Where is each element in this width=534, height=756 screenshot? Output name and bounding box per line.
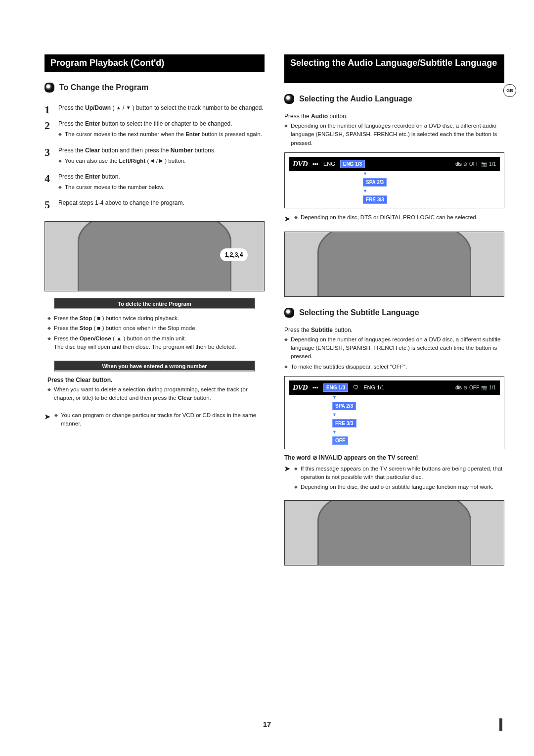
osd-figure-audio: DVD ▪▪▪ ENG ENG 1/3 dts ⊖ OFF 📷 1/1 ▼ SP… xyxy=(284,152,504,208)
delete-line-2: Press the Stop ( ■ ) button once when in… xyxy=(47,324,262,332)
subheading-subtitle: Selecting the Subtitle Language xyxy=(284,308,504,318)
delete-line-1: Press the Stop ( ■ ) button twice during… xyxy=(47,314,262,323)
subtitle-note-block: Depending on the number of languages rec… xyxy=(284,335,504,371)
bullet-icon xyxy=(284,94,294,104)
wrong-number-block: When you want to delete a selection duri… xyxy=(44,385,265,406)
remote-figure-3 xyxy=(284,500,504,566)
step-2-note: The cursor moves to the next number when… xyxy=(58,130,265,139)
step-5-text: Repeat steps 1-4 above to change the pro… xyxy=(58,199,184,206)
audio-note-1: Depending on the number of languages rec… xyxy=(284,122,504,147)
delete-program-block: Press the Stop ( ■ ) button twice during… xyxy=(44,314,265,355)
callout-1234: 1,2,3,4 xyxy=(220,248,248,261)
remote-figure-2 xyxy=(284,232,504,297)
step-5: Repeat steps 1-4 above to change the pro… xyxy=(44,196,265,212)
osd-right-sub: dts ⊖ OFF 📷 1/1 xyxy=(455,385,496,390)
osd-tag-s-fre33: FRE 3/3 xyxy=(332,419,356,427)
vcd-note: ➤ You can program or change particular t… xyxy=(44,411,265,428)
subheading-change-program: To Change the Program xyxy=(44,83,265,93)
subheading-subtitle-text: Selecting the Subtitle Language xyxy=(299,308,419,317)
arrow-icon: ➤ xyxy=(284,463,290,493)
step-4-text: Press the Enter button. xyxy=(58,173,120,180)
osd-tag-s-spa23: SPA 2/3 xyxy=(332,402,356,410)
step-1-text: Press the Up/Down ( ▲ / ▼ ) button to se… xyxy=(58,104,264,111)
steps-list: Press the Up/Down ( ▲ / ▼ ) button to se… xyxy=(44,101,265,212)
note-bar-wrong: When you have entered a wrong number xyxy=(54,361,255,372)
arrow-icon: ➤ xyxy=(44,411,50,428)
bullet-icon xyxy=(284,308,294,318)
step-3: Press the Clear button and then press th… xyxy=(44,144,265,170)
audio-note-block: Depending on the number of languages rec… xyxy=(284,122,504,147)
step-2: Press the Enter button to select the tit… xyxy=(44,117,265,143)
arrow-icon: ➤ xyxy=(284,213,290,224)
invalid-note-wrap: ➤ If this message appears on the TV scre… xyxy=(284,463,504,493)
step-3-note: You can also use the Left/Right ( ◀ / ▶ … xyxy=(58,157,265,165)
page-number: 17 xyxy=(263,720,271,728)
delete-line-3: Press the Open/Close ( ▲ ) button on the… xyxy=(47,334,262,352)
region-badge: GB xyxy=(503,84,516,97)
osd-tag-fre33: FRE 3/3 xyxy=(363,195,387,204)
subtitle-press-line: Press the Subtitle button. xyxy=(284,327,504,333)
osd-strip-audio: DVD ▪▪▪ ENG ENG 1/3 dts ⊖ OFF 📷 1/1 xyxy=(289,157,500,171)
dolby-icon: ⊖ xyxy=(463,385,467,390)
bullet-icon xyxy=(44,83,54,93)
dolby-note: ➤ Depending on the disc, DTS or DIGITAL … xyxy=(284,213,504,225)
wrong-line-1: When you want to delete a selection duri… xyxy=(47,385,262,403)
subtitle-note-1: Depending on the number of languages rec… xyxy=(284,335,504,361)
subheading-audio: Selecting the Audio Language xyxy=(284,94,504,104)
step-2-text: Press the Enter button to select the tit… xyxy=(58,120,232,127)
camera-icon: 📷 xyxy=(481,385,487,390)
dts-icon: dts xyxy=(455,385,461,390)
page-content: Program Playback (Cont'd) To Change the … xyxy=(0,0,534,602)
remote-figure-1: 1,2,3,4 xyxy=(44,221,265,291)
page-number-bar xyxy=(499,718,502,731)
osd-tag-s-off: OFF xyxy=(332,436,348,445)
osd-strip-subtitle: DVD ▪▪▪ ENG 1/3 🗨 ENG 1/1 dts ⊖ OFF 📷 1/… xyxy=(289,380,500,395)
osd-tag-spa23: SPA 2/3 xyxy=(363,178,387,187)
subtitle-note-2: To make the subtitles disappear, select … xyxy=(284,363,504,371)
step-3-text: Press the Clear button and then press th… xyxy=(58,147,216,154)
osd-tag-eng13: ENG 1/3 xyxy=(340,160,365,168)
dts-icon: dts xyxy=(455,161,461,167)
press-clear-title: Press the Clear button. xyxy=(44,377,265,383)
dvd-logo-icon: DVD xyxy=(293,160,308,168)
right-header: Selecting the Audio Language/Subtitle La… xyxy=(284,54,504,83)
audio-press-line: Press the Audio button. xyxy=(284,113,504,120)
osd-eng-label: ENG xyxy=(323,161,335,167)
subheading-audio-text: Selecting the Audio Language xyxy=(299,94,412,103)
invalid-note-1: If this message appears on the TV screen… xyxy=(294,465,504,482)
subheading-text: To Change the Program xyxy=(59,83,148,92)
osd-right-audio: dts ⊖ OFF 📷 1/1 xyxy=(455,161,496,167)
note-bar-delete: To delete the entire Program xyxy=(54,298,255,309)
invalid-title: The word ⊘ INVALID appears on the TV scr… xyxy=(284,454,504,461)
camera-icon: 📷 xyxy=(481,161,487,167)
osd-sub-eng11: ENG 1/1 xyxy=(363,384,384,390)
step-4: Press the Enter button. The cursor moves… xyxy=(44,170,265,196)
dvd-logo-icon: DVD xyxy=(293,383,308,392)
osd-figure-subtitle: DVD ▪▪▪ ENG 1/3 🗨 ENG 1/1 dts ⊖ OFF 📷 1/… xyxy=(284,376,504,449)
left-header: Program Playback (Cont'd) xyxy=(44,54,265,72)
step-4-note: The cursor moves to the number below. xyxy=(58,183,265,191)
osd-tag-s-eng13: ENG 1/3 xyxy=(323,383,348,392)
step-1: Press the Up/Down ( ▲ / ▼ ) button to se… xyxy=(44,101,265,117)
invalid-note-2: Depending on the disc, the audio or subt… xyxy=(294,483,504,491)
left-column: Program Playback (Cont'd) To Change the … xyxy=(44,54,265,572)
right-column: Selecting the Audio Language/Subtitle La… xyxy=(284,54,504,572)
dolby-icon: ⊖ xyxy=(463,161,467,167)
